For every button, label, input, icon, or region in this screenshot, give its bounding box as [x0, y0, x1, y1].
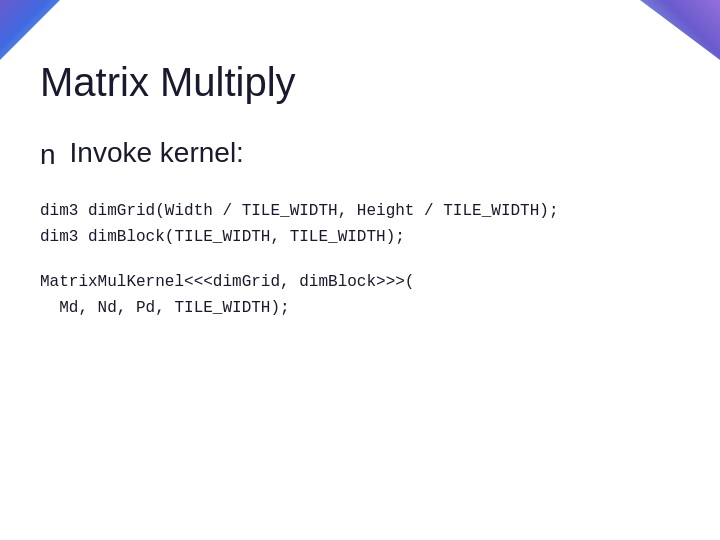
bullet-section: n Invoke kernel: — [40, 137, 680, 171]
bullet-text: Invoke kernel: — [70, 137, 244, 169]
code-line-2: dim3 dimBlock(TILE_WIDTH, TILE_WIDTH); — [40, 225, 680, 251]
slide-content: Matrix Multiply n Invoke kernel: dim3 di… — [40, 40, 680, 500]
code-block: dim3 dimGrid(Width / TILE_WIDTH, Height … — [40, 199, 680, 321]
bullet-symbol: n — [40, 139, 56, 171]
code-section-2: MatrixMulKernel<<<dimGrid, dimBlock>>>( … — [40, 270, 680, 321]
code-line-1: dim3 dimGrid(Width / TILE_WIDTH, Height … — [40, 199, 680, 225]
code-section-1: dim3 dimGrid(Width / TILE_WIDTH, Height … — [40, 199, 680, 250]
code-line-3: MatrixMulKernel<<<dimGrid, dimBlock>>>( — [40, 270, 680, 296]
slide-title: Matrix Multiply — [40, 60, 680, 105]
code-line-4: Md, Nd, Pd, TILE_WIDTH); — [40, 296, 680, 322]
